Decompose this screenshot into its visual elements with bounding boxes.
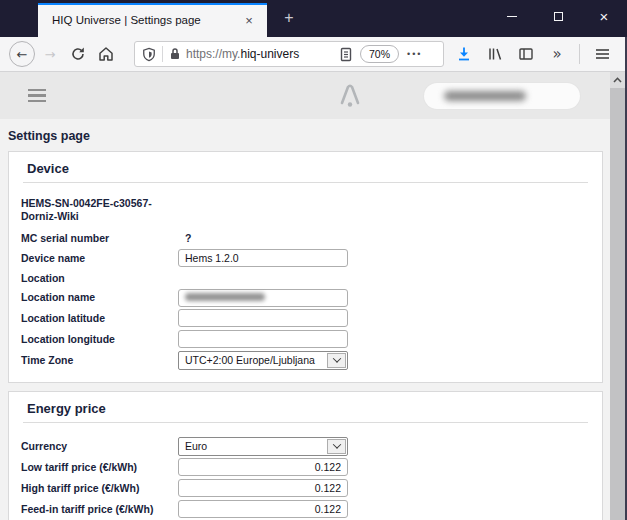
device-name-row: Device name xyxy=(21,248,590,269)
high-tariff-input[interactable] xyxy=(178,479,348,497)
currency-dropdown-arrow-box xyxy=(327,439,346,454)
page-actions-icon[interactable]: ••• xyxy=(407,49,422,59)
toolbar-divider xyxy=(579,44,580,64)
device-serial-number: HEMS-SN-0042FE-c30567-Dorniz-Wiki xyxy=(21,197,186,224)
toolbar-overflow-button[interactable]: » xyxy=(546,42,568,66)
currency-selected-value: Euro xyxy=(180,440,327,452)
timezone-dropdown-arrow-box xyxy=(327,353,346,368)
mc-serial-value: ? xyxy=(178,232,348,244)
mc-serial-label: MC serial number xyxy=(21,232,178,244)
reload-button[interactable] xyxy=(64,40,92,68)
page-scrollbar[interactable] xyxy=(610,72,625,520)
sidebar-icon xyxy=(518,46,534,62)
app-header xyxy=(0,72,610,119)
toolbar-right-icons: » xyxy=(453,42,613,66)
minimize-button[interactable] xyxy=(489,0,535,33)
high-tariff-row: High tariff price (€/kWh) xyxy=(21,478,590,499)
device-section-title: Device xyxy=(9,152,602,176)
new-tab-button[interactable]: + xyxy=(278,7,300,29)
location-longitude-row: Location longitude xyxy=(21,329,590,350)
location-group-label: Location xyxy=(21,269,590,287)
maximize-button[interactable] xyxy=(535,0,581,33)
currency-select[interactable]: Euro xyxy=(178,437,348,456)
low-tariff-input[interactable] xyxy=(178,458,348,476)
back-icon: ← xyxy=(9,41,35,67)
location-name-label: Location name xyxy=(21,291,178,303)
forward-icon: → xyxy=(45,47,56,62)
high-tariff-label: High tariff price (€/kWh) xyxy=(21,482,178,494)
currency-label: Currency xyxy=(21,440,178,452)
scroll-up-arrow-icon xyxy=(613,77,622,83)
hiq-logo-icon xyxy=(338,83,362,109)
timezone-selected-value: UTC+2:00 Europe/Ljubljana xyxy=(180,354,327,366)
hamburger-menu-icon xyxy=(595,47,610,61)
url-domain: hiq-univers xyxy=(240,47,299,61)
account-button[interactable] xyxy=(424,83,580,109)
timezone-select[interactable]: UTC+2:00 Europe/Ljubljana xyxy=(178,351,348,370)
feedin-tariff-row: Feed-in tariff price (€/kWh) xyxy=(21,499,590,520)
close-icon: × xyxy=(600,9,609,24)
browser-toolbar: ← → https:// xyxy=(0,37,627,72)
location-latitude-input[interactable] xyxy=(178,309,348,327)
browser-tab[interactable]: HIQ Universe | Settings page × xyxy=(38,3,267,37)
page-content: Settings page Device HEMS-SN-0042FE-c305… xyxy=(0,72,610,520)
maximize-icon xyxy=(554,12,563,21)
overflow-chevrons-icon: » xyxy=(552,45,561,63)
device-name-label: Device name xyxy=(21,252,178,264)
scrollbar-up-button[interactable] xyxy=(610,72,625,88)
library-icon xyxy=(487,46,503,62)
zoom-level-badge[interactable]: 70% xyxy=(360,45,399,63)
browser-menu-button[interactable] xyxy=(591,42,613,66)
active-tab-stripe xyxy=(38,3,267,5)
chevron-down-icon xyxy=(332,441,340,449)
sidebar-button[interactable] xyxy=(515,42,537,66)
low-tariff-row: Low tariff price (€/kWh) xyxy=(21,457,590,478)
minimize-icon xyxy=(507,16,517,17)
scrollbar-thumb[interactable] xyxy=(610,88,625,520)
url-text[interactable]: https://my.hiq-univers xyxy=(186,47,339,61)
location-name-row: Location name xyxy=(21,287,590,308)
urlbar-divider xyxy=(162,46,163,62)
url-bar[interactable]: https://my.hiq-univers 70% ••• xyxy=(134,41,444,67)
location-longitude-label: Location longitude xyxy=(21,333,178,345)
back-button[interactable]: ← xyxy=(8,40,36,68)
library-button[interactable] xyxy=(484,42,506,66)
location-longitude-input[interactable] xyxy=(178,330,348,348)
low-tariff-label: Low tariff price (€/kWh) xyxy=(21,461,178,473)
mc-serial-row: MC serial number ? xyxy=(21,229,590,248)
device-name-input[interactable] xyxy=(178,249,348,267)
url-fade-overlay xyxy=(321,47,339,61)
currency-row: Currency Euro xyxy=(21,436,590,457)
account-name-redacted xyxy=(444,91,526,101)
chevron-down-icon xyxy=(332,355,340,363)
lock-icon[interactable] xyxy=(169,47,181,61)
timezone-label: Time Zone xyxy=(21,354,178,366)
location-latitude-label: Location latitude xyxy=(21,312,178,324)
feedin-tariff-input[interactable] xyxy=(178,500,348,518)
home-icon xyxy=(98,46,114,62)
reload-icon xyxy=(70,46,86,62)
page-title: Settings page xyxy=(8,129,610,143)
close-button[interactable]: × xyxy=(581,0,627,33)
tab-title: HIQ Universe | Settings page xyxy=(52,14,241,26)
url-scheme: https://my. xyxy=(186,47,240,61)
home-button[interactable] xyxy=(92,40,120,68)
device-section: Device HEMS-SN-0042FE-c30567-Dorniz-Wiki… xyxy=(8,151,603,383)
window-controls: × xyxy=(489,0,627,33)
app-menu-button[interactable] xyxy=(28,89,46,103)
downloads-button[interactable] xyxy=(453,42,475,66)
browser-window: HIQ Universe | Settings page × + × ← → xyxy=(0,0,627,520)
location-latitude-row: Location latitude xyxy=(21,308,590,329)
feedin-tariff-label: Feed-in tariff price (€/kWh) xyxy=(21,503,178,515)
tab-close-icon[interactable]: × xyxy=(241,13,257,28)
tracking-protection-shield-icon[interactable] xyxy=(142,47,156,62)
timezone-row: Time Zone UTC+2:00 Europe/Ljubljana xyxy=(21,350,590,371)
location-name-redacted xyxy=(185,293,265,301)
forward-button[interactable]: → xyxy=(36,40,64,68)
energy-price-section: Energy price Currency Euro Low tariff pr… xyxy=(8,391,603,520)
download-icon xyxy=(456,46,472,62)
browser-titlebar: HIQ Universe | Settings page × + × xyxy=(0,0,627,37)
energy-price-section-title: Energy price xyxy=(9,392,602,416)
reader-mode-icon[interactable] xyxy=(339,47,353,62)
